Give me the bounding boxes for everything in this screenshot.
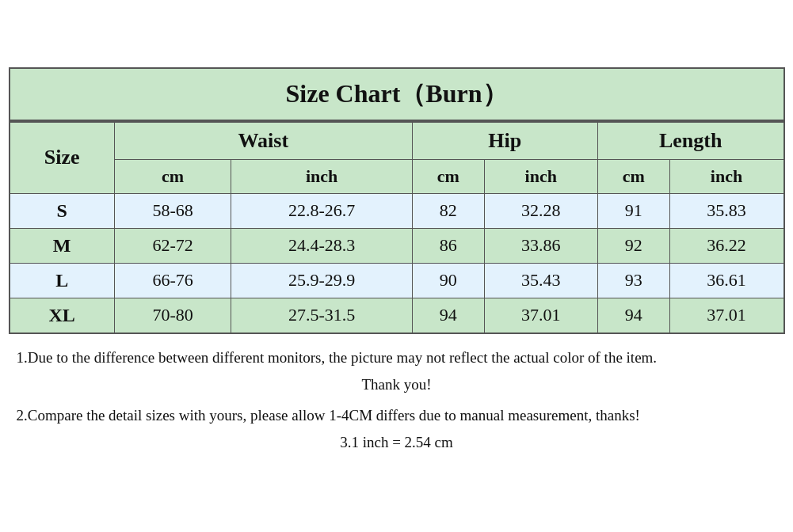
table-cell: 32.28: [484, 193, 597, 228]
table-cell: 25.9-29.9: [231, 263, 412, 298]
hip-header: Hip: [412, 122, 597, 160]
table-cell: XL: [10, 298, 115, 333]
title-text: Size Chart（Burn）: [286, 79, 508, 108]
header-main-row: Size Waist Hip Length: [10, 122, 784, 160]
table-cell: 27.5-31.5: [231, 298, 412, 333]
table-cell: 58-68: [114, 193, 231, 228]
table-cell: M: [10, 228, 115, 263]
table-cell: 35.43: [484, 263, 597, 298]
table-cell: 92: [597, 228, 669, 263]
table-row: M62-7224.4-28.38633.869236.22: [10, 228, 784, 263]
length-cm-header: cm: [597, 159, 669, 193]
table-cell: 22.8-26.7: [231, 193, 412, 228]
waist-cm-header: cm: [114, 159, 231, 193]
table-cell: 36.22: [669, 228, 783, 263]
length-header: Length: [597, 122, 783, 160]
table-row: XL70-8027.5-31.59437.019437.01: [10, 298, 784, 333]
table-cell: 24.4-28.3: [231, 228, 412, 263]
table-cell: 91: [597, 193, 669, 228]
table-cell: 93: [597, 263, 669, 298]
table-cell: S: [10, 193, 115, 228]
hip-inch-header: inch: [484, 159, 597, 193]
table-cell: 70-80: [114, 298, 231, 333]
table-cell: L: [10, 263, 115, 298]
size-table: Size Waist Hip Length cm inch cm inch cm…: [9, 121, 785, 334]
note3-text: 3.1 inch = 2.54 cm: [17, 430, 777, 458]
waist-inch-header: inch: [231, 159, 412, 193]
table-cell: 94: [597, 298, 669, 333]
waist-header: Waist: [114, 122, 412, 160]
table-cell: 33.86: [484, 228, 597, 263]
table-cell: 36.61: [669, 263, 783, 298]
note1-text: 1.Due to the difference between differen…: [17, 345, 777, 370]
table-row: L66-7625.9-29.99035.439336.61: [10, 263, 784, 298]
note2-text: 2.Compare the detail sizes with yours, p…: [17, 403, 777, 428]
table-cell: 37.01: [669, 298, 783, 333]
table-cell: 35.83: [669, 193, 783, 228]
chart-title: Size Chart（Burn）: [9, 67, 785, 121]
table-cell: 82: [412, 193, 484, 228]
hip-cm-header: cm: [412, 159, 484, 193]
table-body: S58-6822.8-26.78232.289135.83M62-7224.4-…: [10, 193, 784, 333]
notes-section: 1.Due to the difference between differen…: [9, 334, 785, 465]
size-header: Size: [10, 122, 115, 194]
table-cell: 90: [412, 263, 484, 298]
size-chart-container: Size Chart（Burn） Size Waist Hip Length c…: [9, 67, 785, 465]
header-sub-row: cm inch cm inch cm inch: [10, 159, 784, 193]
table-cell: 86: [412, 228, 484, 263]
table-row: S58-6822.8-26.78232.289135.83: [10, 193, 784, 228]
table-cell: 62-72: [114, 228, 231, 263]
table-cell: 37.01: [484, 298, 597, 333]
length-inch-header: inch: [669, 159, 783, 193]
note1b-text: Thank you!: [17, 372, 777, 401]
table-cell: 66-76: [114, 263, 231, 298]
table-cell: 94: [412, 298, 484, 333]
